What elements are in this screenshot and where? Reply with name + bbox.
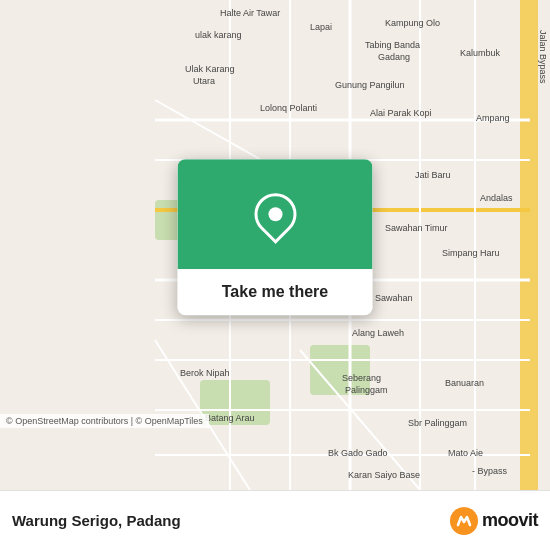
moovit-text: moovit <box>482 510 538 531</box>
bottom-bar: Warung Serigo, Padang moovit <box>0 490 550 550</box>
location-pin-icon <box>245 185 304 244</box>
place-name: Warung Serigo, Padang <box>12 512 181 529</box>
map-container: Halte Air Tawar ulak karang Lapai Kampun… <box>0 0 550 490</box>
map-attribution: © OpenStreetMap contributors | © OpenMap… <box>0 414 209 428</box>
card-green-section <box>178 159 373 269</box>
svg-line-16 <box>300 350 420 490</box>
take-me-there-button[interactable]: Take me there <box>178 269 373 315</box>
location-card: Take me there <box>178 159 373 315</box>
moovit-logo: moovit <box>450 507 538 535</box>
moovit-icon <box>450 507 478 535</box>
